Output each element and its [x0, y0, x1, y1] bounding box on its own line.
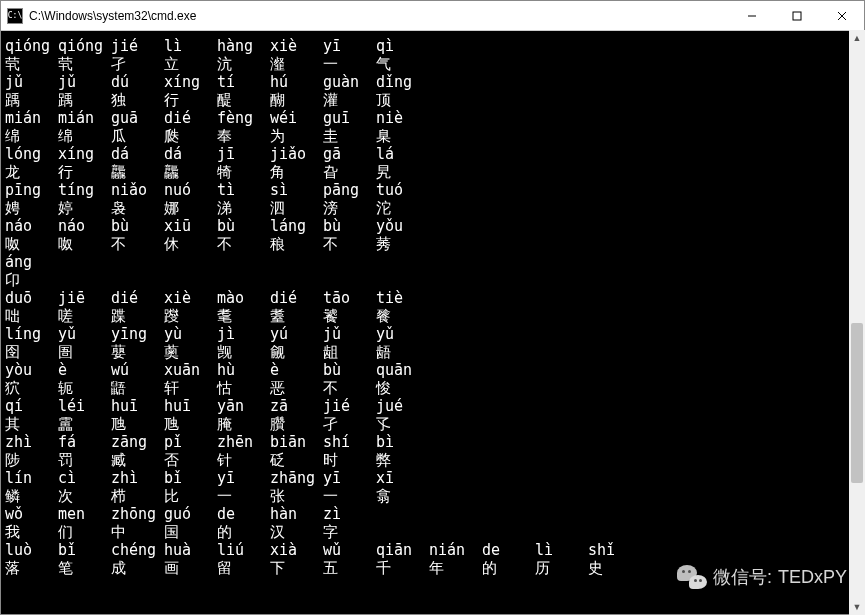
terminal-cell: 不: [323, 235, 376, 253]
terminal-cell: tí: [217, 73, 270, 91]
terminal-cell: 一: [323, 487, 376, 505]
terminal-cell: hú: [270, 73, 323, 91]
terminal-cell: pāng: [323, 181, 376, 199]
terminal-cell: 行: [164, 91, 217, 109]
maximize-button[interactable]: [774, 1, 819, 30]
terminal-cell: 鼯: [111, 379, 164, 397]
terminal-cell: chéng: [111, 541, 164, 559]
terminal-cell: pǐ: [164, 433, 217, 451]
terminal-cell: 娜: [164, 199, 217, 217]
terminal-cell: 踽: [5, 91, 58, 109]
terminal-cell: 一: [323, 55, 376, 73]
terminal-row: 陟罚臧否针砭时弊: [5, 451, 860, 469]
terminal-cell: 咄: [5, 307, 58, 325]
terminal-cell: 耋: [270, 307, 323, 325]
scroll-track[interactable]: [849, 46, 865, 599]
terminal-row: líncìzhìbǐyīzhāngyīxī: [5, 469, 860, 487]
terminal-row: miánmiánguādiéfèngwéiguīniè: [5, 109, 860, 127]
terminal-cell: 沱: [376, 199, 429, 217]
terminal-cell: 罚: [58, 451, 111, 469]
terminal-cell: léi: [58, 397, 111, 415]
vertical-scrollbar[interactable]: ▲ ▼: [849, 30, 865, 615]
terminal-cell: 绵: [58, 127, 111, 145]
scroll-up-arrow[interactable]: ▲: [849, 30, 865, 46]
terminal-cell: 顶: [376, 91, 429, 109]
terminal-cell: yīng: [111, 325, 164, 343]
terminal-row: 狖轭鼯轩怙恶不悛: [5, 379, 860, 397]
terminal-cell: 犄: [217, 163, 270, 181]
terminal-cell: lín: [5, 469, 58, 487]
terminal-cell: lì: [164, 37, 217, 55]
terminal-cell: 汉: [270, 523, 323, 541]
minimize-button[interactable]: [729, 1, 774, 30]
terminal-cell: xiè: [270, 37, 323, 55]
terminal-cell: 餮: [376, 307, 429, 325]
terminal-cell: guàn: [323, 73, 376, 91]
terminal-cell: sì: [270, 181, 323, 199]
terminal-cell: guó: [164, 505, 217, 523]
close-button[interactable]: [819, 1, 864, 30]
terminal-cell: tì: [217, 181, 270, 199]
terminal-row: 卬: [5, 271, 860, 289]
terminal-cell: 耄: [217, 307, 270, 325]
terminal-row: lóngxíngdádájījiǎogālá: [5, 145, 860, 163]
terminal-cell: 独: [111, 91, 164, 109]
terminal-cell: nián: [429, 541, 482, 559]
terminal-cell: 莠: [376, 235, 429, 253]
scroll-down-arrow[interactable]: ▼: [849, 599, 865, 615]
terminal-cell: 踽: [58, 91, 111, 109]
terminal-cell: 袅: [111, 199, 164, 217]
terminal-row: zhìfázāngpǐzhēnbiānshíbì: [5, 433, 860, 451]
terminal-cell: mián: [58, 109, 111, 127]
terminal-row: 龙行龘龘犄角旮旯: [5, 163, 860, 181]
terminal-cell: fèng: [217, 109, 270, 127]
terminal-cell: jué: [376, 397, 429, 415]
terminal-cell: 字: [323, 523, 376, 541]
terminal-cell: xià: [270, 541, 323, 559]
terminal-cell: dié: [270, 289, 323, 307]
terminal-cell: niǎo: [111, 181, 164, 199]
terminal-cell: tíng: [58, 181, 111, 199]
terminal-cell: 醐: [270, 91, 323, 109]
terminal-output[interactable]: qióngqióngjiélìhàngxièyīqì茕茕孑立沆瀣一气jǔjǔdú…: [1, 31, 864, 614]
terminal-cell: 不: [323, 379, 376, 397]
terminal-cell: zā: [270, 397, 323, 415]
terminal-cell: 圭: [323, 127, 376, 145]
terminal-cell: 孑: [111, 55, 164, 73]
terminal-cell: yǔ: [58, 325, 111, 343]
terminal-cell: zhōng: [111, 505, 164, 523]
scroll-thumb[interactable]: [851, 323, 863, 483]
terminal-cell: 瀣: [270, 55, 323, 73]
terminal-cell: bù: [217, 217, 270, 235]
titlebar[interactable]: C:\ C:\Windows\system32\cmd.exe: [1, 1, 864, 31]
terminal-cell: zāng: [111, 433, 164, 451]
terminal-cell: 陟: [5, 451, 58, 469]
terminal-cell: zhì: [5, 433, 58, 451]
terminal-cell: 臢: [270, 415, 323, 433]
terminal-cell: 龉: [376, 343, 429, 361]
terminal-cell: 奉: [217, 127, 270, 145]
terminal-cell: 蹀: [111, 307, 164, 325]
terminal-cell: pīng: [5, 181, 58, 199]
terminal-cell: 臬: [376, 127, 429, 145]
terminal-row: qíléihuīhuīyānzājiéjué: [5, 397, 860, 415]
terminal-cell: 不: [111, 235, 164, 253]
terminal-cell: 笔: [58, 559, 111, 577]
terminal-cell: tuó: [376, 181, 429, 199]
terminal-cell: 国: [164, 523, 217, 541]
terminal-cell: shí: [323, 433, 376, 451]
terminal-cell: zì: [323, 505, 376, 523]
terminal-cell: qióng: [58, 37, 111, 55]
terminal-cell: yù: [164, 325, 217, 343]
terminal-cell: bù: [323, 217, 376, 235]
terminal-cell: bù: [323, 361, 376, 379]
terminal-cell: áng: [5, 253, 58, 271]
terminal-cell: wéi: [270, 109, 323, 127]
terminal-cell: 茕: [5, 55, 58, 73]
terminal-row: náonáobùxiūbùlángbùyǒu: [5, 217, 860, 235]
terminal-row: áng: [5, 253, 860, 271]
terminal-cell: xíng: [58, 145, 111, 163]
terminal-cell: 轩: [164, 379, 217, 397]
terminal-cell: yǒu: [376, 217, 429, 235]
terminal-cell: nuó: [164, 181, 217, 199]
